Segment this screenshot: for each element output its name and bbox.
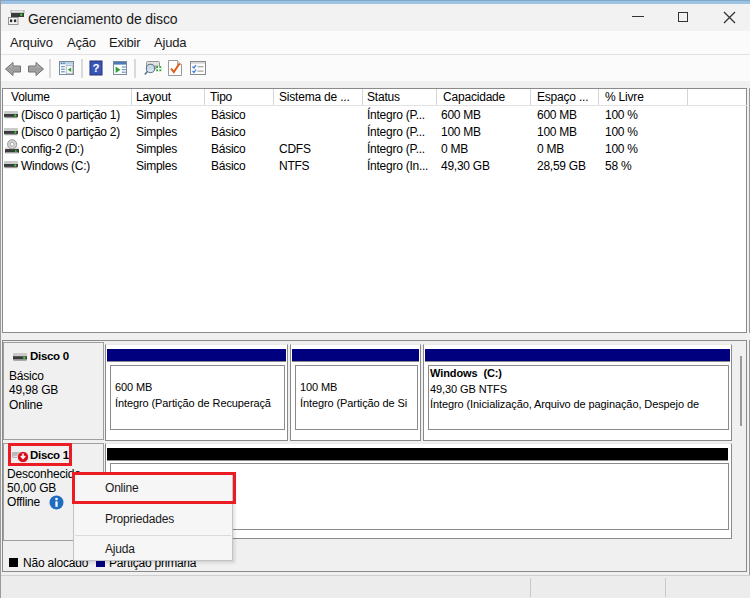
- svg-text:?: ?: [92, 62, 99, 74]
